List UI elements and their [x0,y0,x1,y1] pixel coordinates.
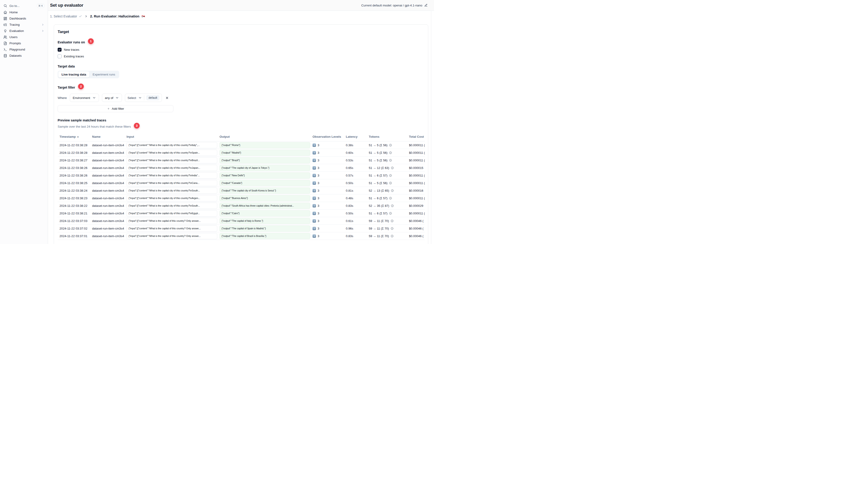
cell-output[interactable]: {"output":"South Africa has three capita… [219,203,310,209]
column-header-latency[interactable]: Latency [346,135,369,138]
table-row[interactable]: 2024-11-22 03:37:02 dataset-run-item-cm3… [58,225,425,232]
sidebar-item-prompts[interactable]: Prompts [2,40,46,46]
info-icon[interactable] [389,159,392,162]
tab-experiment-runs[interactable]: Experiment runs [89,71,118,77]
cell-timestamp: 2024-11-22 03:37:01 [58,234,92,238]
sidebar-item-datasets[interactable]: Datasets [2,53,46,59]
filter-value-select[interactable]: Select default [125,94,162,102]
cell-output[interactable]: {"output":"Brazil"} [219,157,310,163]
cell-output[interactable]: {"output":"Madrid"} [219,150,310,156]
cell-input[interactable]: {"input":[{"content":"What is the capita… [126,142,217,148]
cell-output[interactable]: {"output":"The capital of Spain is Madri… [219,225,310,232]
column-header-name[interactable]: Name [92,135,126,138]
target-heading: Target [58,30,424,34]
breadcrumb-step1[interactable]: 1. Select Evaluator [50,14,82,18]
table-row[interactable]: 2024-11-22 03:38:28 dataset-run-item-cm3… [58,149,425,157]
table-row[interactable]: 2024-11-22 03:38:28 dataset-run-item-cm3… [58,141,425,149]
table-row[interactable]: 2024-11-22 03:38:27 dataset-run-item-cm3… [58,157,425,164]
cell-input[interactable]: {"input":[{"content":"What is the capita… [126,203,217,209]
table-row[interactable]: 2024-11-22 03:38:21 dataset-run-item-cm3… [58,209,425,217]
pencil-icon[interactable] [424,4,428,7]
cell-input[interactable]: {"input":[{"content":"What is the capita… [126,150,217,156]
info-icon[interactable] [391,204,394,207]
column-header-observation-levels[interactable]: Observation Levels [312,135,346,138]
table-row[interactable]: 2024-11-22 03:38:26 dataset-run-item-cm3… [58,172,425,179]
info-icon[interactable] [389,174,392,177]
table-row[interactable]: 2024-11-22 03:38:24 dataset-run-item-cm3… [58,187,425,194]
column-header-total-cost[interactable]: Total Cost [409,135,425,138]
default-model[interactable]: Current default model: openai / gpt-4.1-… [361,4,428,7]
filter-column-select[interactable]: Environment [70,94,99,102]
sidebar-item-dashboards[interactable]: Dashboards [2,15,46,22]
checkbox-existing-traces[interactable]: Existing traces [58,55,424,58]
table-row[interactable]: 2024-11-22 03:38:23 dataset-run-item-cm3… [58,194,425,202]
app-root: Go to... ⌘ K Home Dashboards Tracing Eva… [0,0,434,244]
content-area: Target Evaluator runs on 1 New traces Ex… [48,22,434,244]
filter-value-chip[interactable]: default [146,95,160,100]
sidebar-item-tracing[interactable]: Tracing [2,22,46,28]
cell-input[interactable]: {"input":[{"content":"What is the capita… [126,180,217,186]
cell-name: dataset-run-item-cm3s4 [92,234,126,238]
scrollbar[interactable] [431,11,434,244]
cell-input[interactable]: {"input":[{"content":"What is the capita… [126,195,217,201]
info-icon[interactable] [391,227,394,230]
info-icon[interactable] [389,144,392,147]
cell-input[interactable]: {"input":[{"content":"What is the capita… [126,172,217,178]
cell-input[interactable]: {"input":[{"content":"What is the capita… [126,210,217,217]
info-icon[interactable] [389,151,392,154]
column-header-timestamp[interactable]: Timestamp▼ [58,135,92,138]
sidebar-item-playground[interactable]: Playground [2,46,46,53]
info-emoji-icon [312,151,316,155]
filter-operator-select[interactable]: any of [102,94,122,102]
table-row[interactable]: 2024-11-22 03:37:01 dataset-run-item-cm3… [58,232,425,240]
tab-live-tracing-data[interactable]: Live tracing data [58,71,89,77]
table-row[interactable]: 2024-11-22 03:38:25 dataset-run-item-cm3… [58,179,425,187]
table-row[interactable]: 2024-11-22 03:38:22 dataset-run-item-cm3… [58,202,425,209]
cell-timestamp: 2024-11-22 03:37:03 [58,219,92,223]
remove-filter-button[interactable] [165,96,169,100]
table-row[interactable]: 2024-11-22 03:38:26 dataset-run-item-cm3… [58,164,425,172]
column-header-output[interactable]: Output [219,135,312,138]
cell-output[interactable]: {"output":"Cairo"} [219,210,310,217]
table-row[interactable]: 2024-11-22 03:37:03 dataset-run-item-cm3… [58,217,425,225]
preview-section: Preview sample matched traces Sample ove… [58,119,424,240]
cell-input[interactable]: {"input":[{"content":"What is the capita… [126,157,217,163]
info-icon[interactable] [391,166,394,169]
cell-name: dataset-run-item-cm3s4 [92,143,126,147]
breadcrumb: 1. Select Evaluator 2. Run Evaluator: Ha… [48,11,434,22]
chevron-down-icon [115,96,119,100]
cell-input[interactable]: {"input":[{"content":"What is the capita… [126,225,217,232]
cell-output[interactable]: {"output":"Rome"} [219,142,310,148]
sidebar-item-evaluation[interactable]: Evaluation [2,28,46,34]
cell-output[interactable]: {"output":"New Delhi"} [219,172,310,178]
info-icon[interactable] [391,235,394,237]
info-icon[interactable] [389,212,392,215]
checkbox-icon[interactable] [58,48,62,52]
goto-button[interactable]: Go to... ⌘ K [2,2,46,9]
checkbox-label: New traces [64,48,80,52]
info-icon[interactable] [391,189,394,192]
column-header-tokens[interactable]: Tokens [369,135,409,138]
checkbox-new-traces[interactable]: New traces [58,48,424,52]
add-filter-label: Add filter [112,107,124,110]
checkbox-icon[interactable] [58,55,62,58]
add-filter-button[interactable]: Add filter [58,105,174,112]
cell-input[interactable]: {"input":[{"content":"What is the capita… [126,233,217,239]
cell-output[interactable]: {"output":"Canada"} [219,180,310,186]
info-icon[interactable] [389,182,392,185]
cell-name: dataset-run-item-cm3s4 [92,166,126,170]
info-icon[interactable] [389,197,392,200]
info-icon[interactable] [391,220,394,222]
cell-output[interactable]: {"output":"The capital city of South Kor… [219,188,310,194]
cell-output[interactable]: {"output":"Buenos Aires"} [219,195,310,201]
cell-output[interactable]: {"output":"The capital of Italy is Rome.… [219,218,310,224]
sidebar-item-users[interactable]: Users [2,34,46,40]
cell-output[interactable]: {"output":"The capital city of Japan is … [219,165,310,171]
cell-input[interactable]: {"input":[{"content":"What is the capita… [126,165,217,171]
cell-latency: 0.81s [346,189,369,192]
cell-input[interactable]: {"input":[{"content":"What is the capita… [126,188,217,194]
sidebar-item-home[interactable]: Home [2,9,46,15]
column-header-input[interactable]: Input [126,135,219,138]
cell-input[interactable]: {"input":[{"content":"What is the capita… [126,218,217,224]
cell-output[interactable]: {"output":"The capital of Brazil is Bras… [219,233,310,239]
